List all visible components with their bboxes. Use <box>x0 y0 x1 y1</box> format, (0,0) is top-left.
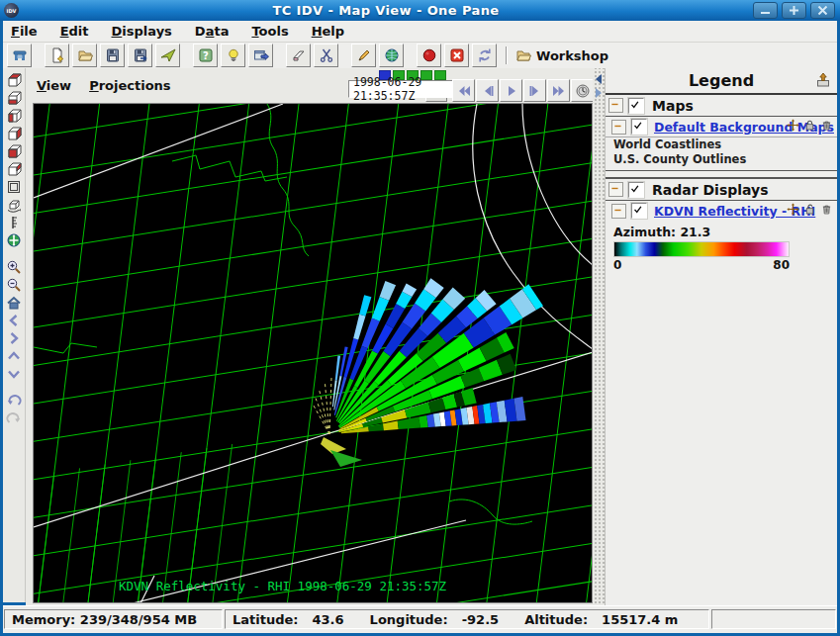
panel-splitter[interactable] <box>593 68 605 605</box>
save-bundle-as-icon <box>133 47 148 63</box>
save-bundle-button[interactable] <box>100 44 125 67</box>
menu-edit[interactable]: Edit <box>60 24 89 39</box>
cursor-position-status: Latitude: 43.6 Longitude: -92.5 Altitude… <box>225 609 709 629</box>
view-back-cube-button[interactable] <box>5 160 24 177</box>
help-button[interactable]: ? <box>193 44 218 67</box>
drawing-control-button[interactable] <box>351 44 376 67</box>
pan-up-button[interactable] <box>5 347 24 364</box>
map-layer-us-county-outlines: U.S. County Outlines <box>606 152 837 171</box>
menu-projections[interactable]: Projections <box>89 78 170 93</box>
pan-right-button[interactable] <box>5 329 24 346</box>
view-bottom-cube-button[interactable] <box>5 89 24 106</box>
maps-category-row: Maps <box>606 95 837 117</box>
close-button[interactable] <box>810 2 835 19</box>
save-bundle-as-button[interactable] <box>128 44 152 67</box>
play-button[interactable] <box>500 79 522 102</box>
send-bundle-button[interactable] <box>155 44 180 67</box>
maps-collapse-toggle[interactable] <box>608 98 623 113</box>
delete-display-icon[interactable] <box>820 203 833 216</box>
move-display-icon[interactable] <box>787 203 799 216</box>
unlock-icon[interactable] <box>803 203 816 216</box>
vertical-scale-ruler-button[interactable] <box>5 214 24 230</box>
remove-all-button[interactable] <box>444 44 469 67</box>
kdvn-collapse-toggle[interactable] <box>611 204 626 219</box>
maximize-button[interactable] <box>782 2 806 19</box>
stop-loads-button[interactable] <box>417 44 441 67</box>
view-right-cube-button[interactable] <box>5 125 24 141</box>
menu-tools[interactable]: Tools <box>251 24 288 39</box>
delete-display-icon[interactable] <box>820 119 833 132</box>
zoom-in-icon <box>6 259 22 275</box>
radar-category-row: Radar Displays <box>606 177 837 201</box>
globe-projection-button[interactable] <box>5 231 24 248</box>
move-display-icon[interactable] <box>787 119 799 132</box>
cut-displays-button[interactable] <box>314 44 338 67</box>
collapse-left-arrow-icon[interactable] <box>596 74 602 84</box>
pan-down-icon <box>6 366 22 382</box>
undo-button[interactable] <box>5 392 24 409</box>
minimize-button[interactable] <box>753 2 778 19</box>
zoom-in-button[interactable] <box>5 258 24 275</box>
default-maps-visibility-checkbox[interactable] <box>631 119 647 135</box>
go-to-end-button[interactable] <box>547 79 570 102</box>
view-left-cube-button[interactable] <box>5 107 24 124</box>
view-back-cube-icon <box>6 161 22 177</box>
menu-help[interactable]: Help <box>312 24 344 39</box>
show-data-chooser-button[interactable] <box>248 44 273 67</box>
status-extra <box>711 609 836 629</box>
go-to-start-button[interactable] <box>452 79 475 102</box>
status-bar: Memory: 239/348/954 MB Latitude: 43.6 Lo… <box>3 605 837 633</box>
map-3d-viewport[interactable]: KDVN Reflectivity - RHI 1998-06-29 21:35… <box>33 103 593 603</box>
zoom-out-button[interactable] <box>5 276 24 293</box>
float-legend-icon[interactable] <box>815 72 831 92</box>
view-front-cube-icon <box>6 143 22 159</box>
menu-displays[interactable]: Displays <box>112 24 172 39</box>
kdvn-visibility-checkbox[interactable] <box>631 203 647 219</box>
erase-displays-button[interactable] <box>286 44 311 67</box>
altitude-value: 15517.4 m <box>602 612 678 627</box>
view-top-cube-button[interactable] <box>5 71 24 88</box>
step-forward-icon <box>527 83 543 99</box>
reset-home-button[interactable] <box>5 294 24 311</box>
step-forward-button[interactable] <box>523 79 546 102</box>
step-back-button[interactable] <box>476 79 499 102</box>
show-dashboard-button[interactable] <box>7 44 32 67</box>
default-maps-collapse-toggle[interactable] <box>611 120 626 135</box>
radar-visibility-checkbox[interactable] <box>628 182 644 198</box>
tip-of-day-button[interactable] <box>221 44 245 67</box>
menu-file[interactable]: File <box>11 24 38 39</box>
expand-right-arrow-icon[interactable] <box>596 88 602 98</box>
perspective-box-icon <box>6 179 22 195</box>
lock-icon[interactable] <box>803 119 816 132</box>
open-bundle-button[interactable] <box>72 44 97 67</box>
new-bundle-button[interactable] <box>45 44 69 67</box>
rotate-view-cube-button[interactable] <box>5 196 24 213</box>
drawing-control-icon <box>356 47 372 63</box>
altitude-label: Altitude: <box>524 612 588 627</box>
menu-data[interactable]: Data <box>195 24 230 39</box>
time-properties-button[interactable] <box>571 79 594 102</box>
globe-display-icon <box>384 47 400 63</box>
legend-title: Legend <box>689 71 754 90</box>
colorbar-range-labels: 0 80 <box>613 258 790 272</box>
view-front-cube-button[interactable] <box>5 142 24 159</box>
pan-right-icon <box>6 330 22 346</box>
reload-data-button[interactable] <box>472 44 497 67</box>
title-bar[interactable]: IDV TC IDV - Map View - One Pane <box>0 0 840 21</box>
svg-text:?: ? <box>203 50 209 61</box>
menu-view[interactable]: View <box>37 78 71 93</box>
play-icon <box>504 83 519 99</box>
reset-home-icon <box>6 295 22 311</box>
menu-bar: FileEditDisplaysDataToolsHelp <box>3 21 837 43</box>
radar-collapse-toggle[interactable] <box>608 182 623 197</box>
redo-button[interactable] <box>5 409 24 426</box>
globe-display-button[interactable] <box>379 44 404 67</box>
favorite-workshop-button[interactable]: Workshop <box>515 47 608 63</box>
idv-logo-icon: IDV <box>4 3 19 18</box>
reflectivity-colorbar[interactable] <box>613 241 790 257</box>
pan-down-button[interactable] <box>5 365 24 382</box>
maps-visibility-checkbox[interactable] <box>628 98 644 114</box>
perspective-box-button[interactable] <box>5 178 24 195</box>
pan-left-button[interactable] <box>5 312 24 328</box>
animation-buttons <box>452 79 595 102</box>
